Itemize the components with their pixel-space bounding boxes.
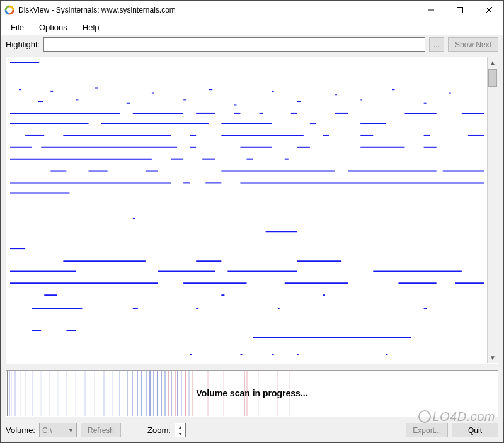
window-controls xyxy=(416,1,503,20)
cluster-map-panel: ▲ ▼ xyxy=(6,57,498,364)
close-icon xyxy=(486,7,492,13)
zoom-spinner[interactable]: ▲ ▼ xyxy=(175,423,186,437)
browse-button[interactable]: ... xyxy=(429,37,444,52)
app-icon xyxy=(4,5,14,15)
scroll-track[interactable] xyxy=(488,68,498,352)
scan-status-text: Volume scan in progress... xyxy=(196,388,307,398)
menu-help[interactable]: Help xyxy=(76,21,106,33)
client-area: Highlight: ... Show Next xyxy=(1,35,503,442)
menubar: File Options Help xyxy=(1,20,503,35)
volume-select[interactable]: C:\ ▼ xyxy=(39,423,77,437)
scroll-down-icon[interactable]: ▼ xyxy=(488,352,498,363)
svg-rect-5 xyxy=(457,8,463,13)
bottom-toolbar: Volume: C:\ ▼ Refresh Zoom: ▲ ▼ Export..… xyxy=(6,423,498,437)
chevron-down-icon: ▼ xyxy=(68,427,74,434)
zoom-label: Zoom: xyxy=(147,425,171,435)
cluster-map[interactable] xyxy=(6,57,487,363)
highlight-label: Highlight: xyxy=(6,40,40,49)
maximize-icon xyxy=(457,7,463,13)
app-window: DiskView - Sysinternals: www.sysinternal… xyxy=(0,0,504,443)
titlebar: DiskView - Sysinternals: www.sysinternal… xyxy=(1,1,503,20)
zoom-down-icon[interactable]: ▼ xyxy=(175,430,185,437)
menu-options[interactable]: Options xyxy=(33,21,74,33)
quit-button[interactable]: Quit xyxy=(452,423,498,437)
maximize-button[interactable] xyxy=(445,1,474,20)
show-next-button[interactable]: Show Next xyxy=(448,37,498,52)
highlight-row: Highlight: ... Show Next xyxy=(6,37,498,52)
refresh-button[interactable]: Refresh xyxy=(81,423,121,437)
minimize-button[interactable] xyxy=(416,1,445,20)
scroll-thumb[interactable] xyxy=(488,69,497,87)
export-button[interactable]: Export... xyxy=(406,423,448,437)
menu-file[interactable]: File xyxy=(4,21,30,33)
volume-label: Volume: xyxy=(6,425,35,435)
window-title: DiskView - Sysinternals: www.sysinternal… xyxy=(18,6,416,14)
scroll-up-icon[interactable]: ▲ xyxy=(488,57,498,68)
volume-density-panel: Volume scan in progress... xyxy=(6,370,498,417)
volume-value: C:\ xyxy=(42,426,52,435)
minimize-icon xyxy=(428,7,434,13)
highlight-input[interactable] xyxy=(43,37,425,52)
zoom-up-icon[interactable]: ▲ xyxy=(175,423,185,430)
close-button[interactable] xyxy=(474,1,503,20)
cluster-map-scrollbar[interactable]: ▲ ▼ xyxy=(487,57,498,363)
